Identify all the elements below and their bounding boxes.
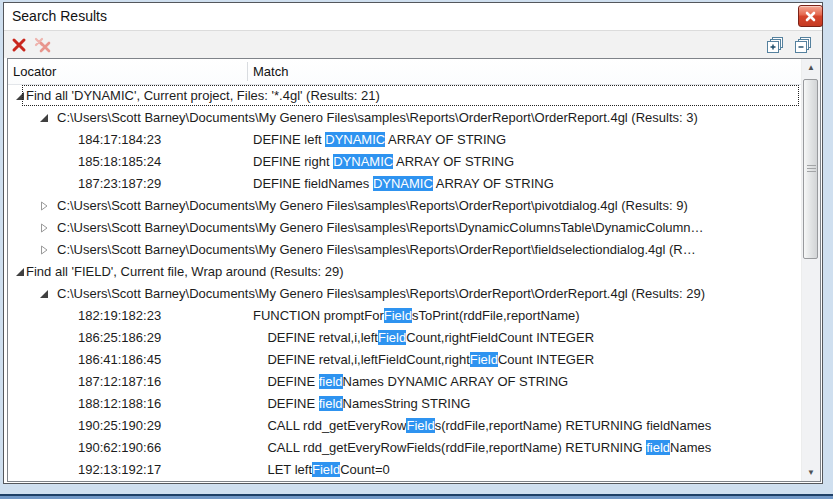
- match-highlight: Field: [378, 330, 406, 345]
- vertical-scrollbar[interactable]: ▲ ▼: [801, 59, 820, 481]
- rows: Find all 'DYNAMIC', Current project, Fil…: [8, 85, 801, 481]
- remove-all-searches-button[interactable]: [33, 35, 53, 55]
- expand-all-button[interactable]: [765, 35, 785, 55]
- collapse-arrow-icon[interactable]: [39, 289, 49, 299]
- match-highlight: field: [319, 396, 343, 411]
- row-label: C:\Users\Scott Barney\Documents\My Gener…: [57, 107, 698, 129]
- red-x-icon: [11, 37, 27, 53]
- tree-row[interactable]: 185:18:185:24DEFINE right DYNAMIC ARRAY …: [8, 151, 801, 173]
- window-title: Search Results: [12, 3, 107, 30]
- tree-row[interactable]: 187:23:187:29DEFINE fieldNames DYNAMIC A…: [8, 173, 801, 195]
- locator-cell: 184:17:184:23: [78, 129, 161, 151]
- tree-row[interactable]: C:\Users\Scott Barney\Documents\My Gener…: [8, 217, 801, 239]
- match-cell: DEFINE retval,i,leftFieldCount,rightFiel…: [253, 349, 594, 371]
- tree-row[interactable]: C:\Users\Scott Barney\Documents\My Gener…: [8, 195, 801, 217]
- close-icon: [805, 11, 816, 22]
- match-cell: DEFINE fieldNames DYNAMIC ARRAY OF STRIN…: [253, 173, 554, 195]
- collapse-all-button[interactable]: [793, 35, 813, 55]
- collapse-all-icon: [795, 37, 811, 53]
- double-red-x-icon: [33, 37, 53, 53]
- match-highlight: DYNAMIC: [333, 154, 393, 169]
- match-highlight: field: [646, 440, 670, 455]
- match-highlight: DYNAMIC: [373, 176, 433, 191]
- collapse-arrow-icon[interactable]: [15, 267, 25, 277]
- match-cell: DEFINE fieldNames DYNAMIC ARRAY OF STRIN…: [253, 371, 568, 393]
- collapse-arrow-icon[interactable]: [39, 113, 49, 123]
- column-resize-handle[interactable]: [247, 62, 248, 81]
- column-header-match[interactable]: Match: [253, 59, 288, 84]
- title-bar[interactable]: Search Results: [4, 3, 822, 30]
- expand-arrow-icon[interactable]: [39, 201, 49, 211]
- match-highlight: Field: [470, 352, 498, 367]
- tree-row[interactable]: 192:13:192:17 LET leftFieldCount=0: [8, 459, 801, 481]
- row-label: C:\Users\Scott Barney\Documents\My Gener…: [57, 283, 705, 305]
- locator-cell: 186:41:186:45: [78, 349, 161, 371]
- expand-arrow-icon[interactable]: [39, 245, 49, 255]
- row-label: C:\Users\Scott Barney\Documents\My Gener…: [57, 239, 696, 261]
- tree-row[interactable]: 190:62:190:66 CALL rdd_getEveryRowFields…: [8, 437, 801, 459]
- tree-row[interactable]: Find all 'DYNAMIC', Current project, Fil…: [8, 85, 801, 107]
- match-highlight: Field: [384, 308, 412, 323]
- toolbar: [4, 30, 822, 58]
- tree-row[interactable]: 186:25:186:29 DEFINE retval,i,leftFieldC…: [8, 327, 801, 349]
- thumb-grip-icon: [807, 165, 816, 173]
- match-cell: CALL rdd_getEveryRowFields(rddFile,repor…: [253, 437, 711, 459]
- locator-cell: 190:25:190:29: [78, 415, 161, 437]
- match-cell: CALL rdd_getEveryRowFields(rddFile,repor…: [253, 415, 711, 437]
- scroll-down-button[interactable]: ▼: [802, 464, 820, 481]
- search-results-tree: Locator Match Find all 'DYNAMIC', Curren…: [7, 58, 821, 482]
- locator-cell: 186:25:186:29: [78, 327, 161, 349]
- tree-row[interactable]: 187:12:187:16 DEFINE fieldNames DYNAMIC …: [8, 371, 801, 393]
- row-label: C:\Users\Scott Barney\Documents\My Gener…: [57, 217, 704, 239]
- match-cell: DEFINE retval,i,leftFieldCount,rightFiel…: [253, 327, 594, 349]
- expand-arrow-icon[interactable]: [39, 223, 49, 233]
- locator-cell: 188:12:188:16: [78, 393, 161, 415]
- tree-row[interactable]: 184:17:184:23DEFINE left DYNAMIC ARRAY O…: [8, 129, 801, 151]
- locator-cell: 187:12:187:16: [78, 371, 161, 393]
- tree-row[interactable]: C:\Users\Scott Barney\Documents\My Gener…: [8, 107, 801, 129]
- match-cell: DEFINE right DYNAMIC ARRAY OF STRING: [253, 151, 514, 173]
- scrollbar-thumb[interactable]: [803, 79, 818, 259]
- match-highlight: field: [319, 374, 343, 389]
- scroll-up-button[interactable]: ▲: [802, 59, 820, 76]
- match-cell: DEFINE fieldNamesString STRING: [253, 393, 470, 415]
- locator-cell: 190:62:190:66: [78, 437, 161, 459]
- arrow-down-icon: ▼: [807, 468, 815, 477]
- tree-row[interactable]: 186:41:186:45 DEFINE retval,i,leftFieldC…: [8, 349, 801, 371]
- remove-search-button[interactable]: [9, 35, 29, 55]
- locator-cell: 187:23:187:29: [78, 173, 161, 195]
- match-highlight: DYNAMIC: [325, 132, 385, 147]
- column-header-locator[interactable]: Locator: [13, 59, 56, 84]
- tree-row[interactable]: C:\Users\Scott Barney\Documents\My Gener…: [8, 239, 801, 261]
- tree-header: Locator Match: [8, 59, 820, 85]
- row-label: C:\Users\Scott Barney\Documents\My Gener…: [57, 195, 688, 217]
- match-cell: FUNCTION promptForFieldsToPrint(rddFile,…: [253, 305, 580, 327]
- expand-all-icon: [767, 37, 783, 53]
- row-label: Find all 'DYNAMIC', Current project, Fil…: [22, 85, 799, 106]
- match-cell: LET leftFieldCount=0: [253, 459, 390, 481]
- tree-row[interactable]: 182:19:182:23FUNCTION promptForFieldsToP…: [8, 305, 801, 327]
- row-label: Find all 'FIELD', Current file, Wrap aro…: [26, 261, 344, 283]
- locator-cell: 192:13:192:17: [78, 459, 161, 481]
- match-highlight: Field: [312, 462, 340, 477]
- tree-row[interactable]: C:\Users\Scott Barney\Documents\My Gener…: [8, 283, 801, 305]
- locator-cell: 182:19:182:23: [78, 305, 161, 327]
- tree-row[interactable]: 188:12:188:16 DEFINE fieldNamesString ST…: [8, 393, 801, 415]
- close-button[interactable]: [798, 5, 823, 27]
- arrow-up-icon: ▲: [807, 63, 815, 72]
- tree-row[interactable]: 190:25:190:29 CALL rdd_getEveryRowFields…: [8, 415, 801, 437]
- search-results-panel: Search Results: [3, 2, 823, 484]
- match-highlight: Field: [406, 418, 434, 433]
- match-cell: DEFINE left DYNAMIC ARRAY OF STRING: [253, 129, 506, 151]
- tree-row[interactable]: Find all 'FIELD', Current file, Wrap aro…: [8, 261, 801, 283]
- locator-cell: 185:18:185:24: [78, 151, 161, 173]
